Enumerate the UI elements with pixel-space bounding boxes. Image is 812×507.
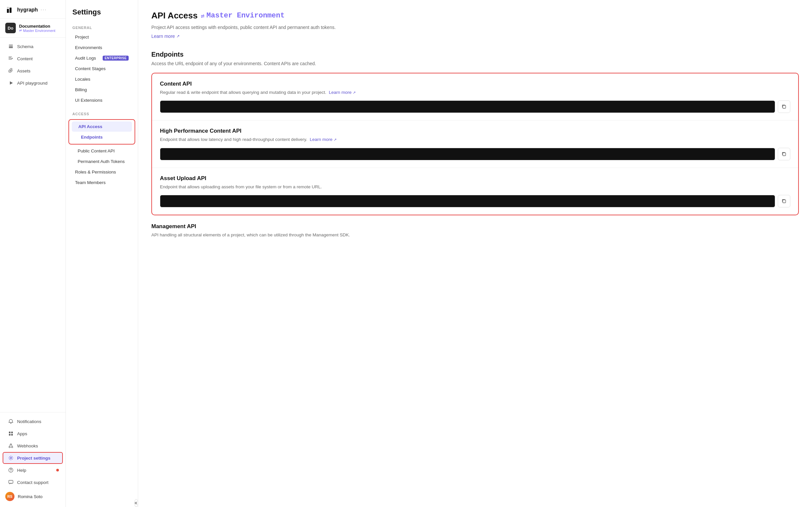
help-notification-dot bbox=[56, 469, 59, 471]
webhook-icon bbox=[8, 443, 14, 449]
svg-rect-4 bbox=[9, 46, 13, 47]
page-learn-more-link[interactable]: Learn more ↗ bbox=[151, 34, 180, 39]
endpoints-section-desc: Access the URL endpoint of any of your e… bbox=[151, 61, 799, 66]
content-api-title: Content API bbox=[160, 81, 790, 87]
svg-rect-9 bbox=[9, 432, 10, 433]
svg-point-13 bbox=[9, 446, 10, 448]
sidebar-logo[interactable]: hygraph ··· bbox=[0, 0, 65, 19]
svg-rect-22 bbox=[783, 200, 786, 203]
sidebar-item-content-label: Content bbox=[17, 56, 33, 61]
page-title: API Access bbox=[151, 10, 198, 21]
nav-items: Schema Content Assets bbox=[0, 38, 65, 412]
sidebar-item-contact-support[interactable]: Contact support bbox=[3, 476, 63, 488]
svg-point-15 bbox=[10, 444, 11, 445]
sidebar-item-contact-support-label: Contact support bbox=[17, 480, 48, 485]
content-api-input-row bbox=[160, 100, 790, 113]
settings-nav-project[interactable]: Project bbox=[68, 32, 135, 42]
sidebar-item-api-playground[interactable]: API playground bbox=[3, 77, 63, 89]
settings-nav-public-content-api[interactable]: Public Content API bbox=[68, 146, 135, 156]
endpoints-box: Content API Regular read & write endpoin… bbox=[151, 73, 799, 215]
settings-nav-locales[interactable]: Locales bbox=[68, 74, 135, 84]
svg-point-18 bbox=[10, 471, 11, 472]
content-api-learn-more-link[interactable]: Learn more ↗ bbox=[329, 90, 356, 95]
sidebar-bottom: Notifications Apps bbox=[0, 412, 65, 507]
settings-nav-ui-extensions[interactable]: UI Extensions bbox=[68, 95, 135, 105]
page-header: API Access ⇌ Master Environment Project … bbox=[151, 10, 799, 48]
settings-nav-audit-logs[interactable]: Audit Logs ENTERPRISE bbox=[68, 53, 135, 63]
settings-nav-team-members[interactable]: Team Members bbox=[68, 177, 135, 188]
sidebar-item-assets[interactable]: Assets bbox=[3, 65, 63, 77]
settings-title: Settings bbox=[66, 8, 138, 23]
management-api-title: Management API bbox=[151, 223, 799, 230]
project-name: Documentation bbox=[19, 24, 55, 29]
sidebar-item-notifications-label: Notifications bbox=[17, 419, 42, 424]
help-icon bbox=[8, 467, 14, 473]
layers-icon bbox=[8, 44, 14, 49]
sidebar-item-schema[interactable]: Schema bbox=[3, 41, 63, 52]
settings-nav-environments[interactable]: Environments bbox=[68, 43, 135, 53]
settings-nav: Settings GENERAL Project Environments Au… bbox=[66, 0, 138, 507]
external-link-icon: ↗ bbox=[176, 34, 180, 39]
user-profile[interactable]: RS Romina Soto bbox=[0, 489, 65, 504]
content-api-url-display bbox=[160, 100, 775, 113]
high-performance-api-url-display bbox=[160, 148, 775, 160]
env-badge-name: Master Environment bbox=[207, 11, 285, 20]
asset-upload-api-input-row bbox=[160, 195, 790, 208]
settings-nav-content-stages[interactable]: Content Stages bbox=[68, 63, 135, 74]
play-icon bbox=[8, 80, 14, 86]
settings-nav-roles-permissions[interactable]: Roles & Permissions bbox=[68, 167, 135, 177]
svg-rect-8 bbox=[9, 59, 11, 60]
sidebar-item-apps[interactable]: Apps bbox=[3, 428, 63, 440]
logo-text: hygraph bbox=[17, 7, 38, 13]
hygraph-logo-icon bbox=[5, 5, 14, 14]
svg-rect-20 bbox=[783, 105, 786, 108]
edit-icon bbox=[8, 56, 14, 62]
project-avatar: Do bbox=[5, 23, 16, 33]
access-nav-box: API Access Endpoints bbox=[68, 119, 135, 145]
project-info: Documentation ⇌ Master Environment bbox=[19, 24, 55, 33]
sidebar-item-help[interactable]: Help bbox=[3, 464, 63, 476]
asset-upload-api-copy-button[interactable] bbox=[778, 195, 790, 208]
enterprise-badge: ENTERPRISE bbox=[103, 56, 129, 61]
collapse-sidebar-button[interactable] bbox=[134, 499, 138, 507]
user-name: Romina Soto bbox=[18, 494, 43, 499]
content-api-copy-button[interactable] bbox=[778, 100, 790, 113]
sidebar-item-webhooks[interactable]: Webhooks bbox=[3, 440, 63, 452]
sidebar-item-assets-label: Assets bbox=[17, 68, 30, 73]
management-api-desc: API handling all structural elements of … bbox=[151, 232, 799, 238]
paperclip-icon bbox=[8, 68, 14, 74]
svg-rect-12 bbox=[11, 434, 13, 436]
content-api-card: Content API Regular read & write endpoin… bbox=[152, 73, 798, 120]
sidebar-item-notifications[interactable]: Notifications bbox=[3, 415, 63, 427]
high-performance-api-desc: Endpoint that allows low latency and hig… bbox=[160, 136, 790, 143]
high-performance-api-external-icon: ↗ bbox=[334, 137, 336, 142]
svg-rect-3 bbox=[9, 47, 13, 48]
high-performance-api-copy-button[interactable] bbox=[778, 148, 790, 160]
project-env: ⇌ Master Environment bbox=[19, 29, 55, 33]
env-switch-icon: ⇌ bbox=[19, 29, 22, 32]
sidebar-item-project-settings-label: Project settings bbox=[17, 456, 50, 461]
sidebar-item-help-label: Help bbox=[17, 468, 26, 473]
settings-nav-billing[interactable]: Billing bbox=[68, 84, 135, 95]
project-switcher[interactable]: Do Documentation ⇌ Master Environment bbox=[0, 19, 65, 38]
svg-rect-11 bbox=[9, 434, 10, 436]
high-performance-api-learn-more-link[interactable]: Learn more ↗ bbox=[310, 137, 337, 142]
high-performance-api-input-row bbox=[160, 148, 790, 160]
svg-rect-1 bbox=[9, 8, 11, 13]
asset-upload-api-title: Asset Upload API bbox=[160, 175, 790, 182]
sidebar-item-project-settings[interactable]: Project settings bbox=[3, 452, 63, 464]
svg-point-14 bbox=[11, 446, 13, 448]
sidebar-item-content[interactable]: Content bbox=[3, 53, 63, 64]
settings-nav-api-access[interactable]: API Access bbox=[72, 121, 132, 132]
svg-rect-19 bbox=[9, 480, 13, 483]
asset-upload-api-desc: Endpoint that allows uploading assets fr… bbox=[160, 184, 790, 190]
user-avatar: RS bbox=[5, 492, 14, 501]
access-section-label: ACCESS bbox=[66, 109, 138, 118]
content-api-external-icon: ↗ bbox=[353, 91, 356, 95]
env-switch-icon: ⇌ bbox=[201, 12, 205, 19]
svg-rect-6 bbox=[9, 57, 12, 57]
settings-nav-endpoints[interactable]: Endpoints bbox=[72, 132, 132, 142]
env-badge: ⇌ Master Environment bbox=[201, 11, 285, 20]
settings-nav-permanent-auth-tokens[interactable]: Permanent Auth Tokens bbox=[68, 156, 135, 167]
svg-rect-0 bbox=[7, 9, 9, 13]
